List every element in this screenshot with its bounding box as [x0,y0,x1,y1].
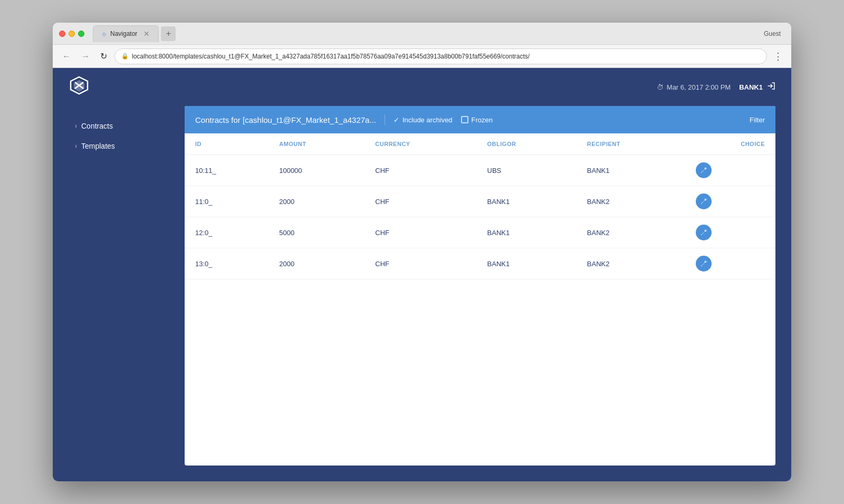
forward-button[interactable]: → [78,50,93,63]
app-logo [69,75,90,100]
new-tab-button[interactable]: + [161,26,176,41]
tab-close-button[interactable]: ✕ [143,30,150,38]
table-body: 10:11_100000CHFUBSBANK1 11:0_2000CHFBANK… [185,155,775,279]
cell-recipient: BANK2 [577,248,685,279]
browser-tab[interactable]: ⟐ Navigator ✕ [93,25,159,42]
app-timestamp: ⏱ Mar 6, 2017 2:00 PM [657,83,731,91]
chevron-right-icon: › [75,122,77,130]
cell-currency: CHF [365,248,476,279]
tab-bar: ⟐ Navigator ✕ + [93,25,760,42]
column-header-id: ID [185,133,268,155]
table-row[interactable]: 13:0_2000CHFBANK1BANK2 [185,248,775,279]
table-row[interactable]: 10:11_100000CHFUBSBANK1 [185,155,775,186]
table-row[interactable]: 12:0_5000CHFBANK1BANK2 [185,217,775,248]
cell-obligor: BANK1 [477,186,577,217]
cell-choice [685,155,775,186]
cell-recipient: BANK1 [577,155,685,186]
column-header-obligor: OBLIGOR [477,133,577,155]
choice-action-button[interactable] [696,256,712,272]
panel-title: Contracts for [cashlou_t1@FX_Market_1_a4… [195,115,376,124]
cell-choice [685,217,775,248]
contracts-table: ID AMOUNT CURRENCY OBLIGOR RECIPIENT CHO… [185,133,775,466]
close-window-button[interactable] [59,31,65,37]
minimize-window-button[interactable] [69,31,75,37]
choice-action-button[interactable] [696,225,712,240]
app-user: BANK1 [739,82,775,92]
address-bar[interactable]: 🔒 localhost:8000/templates/cashlou_t1@FX… [114,49,767,64]
maximize-window-button[interactable] [78,31,84,37]
frozen-toggle[interactable]: Frozen [461,116,493,124]
browser-menu-button[interactable]: ⋮ [771,49,785,64]
cell-choice [685,248,775,279]
app-header-right: ⏱ Mar 6, 2017 2:00 PM BANK1 [657,82,775,92]
cell-currency: CHF [365,155,476,186]
url-text: localhost:8000/templates/cashlou_t1@FX_M… [132,53,760,60]
cell-id: 10:11_ [185,155,268,186]
app-content: ⏱ Mar 6, 2017 2:00 PM BANK1 [53,68,791,481]
sidebar-item-templates[interactable]: › Templates [69,137,185,156]
sidebar: › Contracts › Templates [69,106,185,466]
sidebar-item-label: Templates [81,142,115,150]
include-archived-label: Include archived [402,116,453,124]
cell-amount: 2000 [268,186,365,217]
cell-id: 13:0_ [185,248,268,279]
cell-amount: 2000 [268,248,365,279]
include-archived-toggle[interactable]: ✓ Include archived [394,116,453,124]
sidebar-item-label: Contracts [81,122,113,130]
table-header-row: ID AMOUNT CURRENCY OBLIGOR RECIPIENT CHO… [185,133,775,155]
column-header-recipient: RECIPIENT [577,133,685,155]
column-header-currency: CURRENCY [365,133,476,155]
cell-recipient: BANK2 [577,186,685,217]
frozen-label-text: Frozen [472,116,493,124]
cell-id: 11:0_ [185,186,268,217]
chevron-right-icon: › [75,142,77,150]
data-table: ID AMOUNT CURRENCY OBLIGOR RECIPIENT CHO… [185,133,775,279]
nav-bar: ← → ↻ 🔒 localhost:8000/templates/cashlou… [53,45,791,68]
column-header-amount: AMOUNT [268,133,365,155]
panel-header: Contracts for [cashlou_t1@FX_Market_1_a4… [185,106,775,133]
cell-obligor: UBS [477,155,577,186]
cell-amount: 100000 [268,155,365,186]
cell-currency: CHF [365,186,476,217]
time-icon: ⏱ [657,83,664,91]
tab-label: Navigator [110,30,137,37]
cell-obligor: BANK1 [477,217,577,248]
title-bar: ⟐ Navigator ✕ + Guest [53,23,791,45]
cell-currency: CHF [365,217,476,248]
user-label: BANK1 [739,83,763,91]
choice-action-button[interactable] [696,162,712,178]
lock-icon: 🔒 [121,53,129,60]
frozen-checkbox[interactable] [461,116,468,123]
tab-icon: ⟐ [102,30,106,38]
window-user-label: Guest [764,30,785,37]
timestamp-text: Mar 6, 2017 2:00 PM [667,83,731,91]
main-layout: › Contracts › Templates Contracts for [c… [53,106,791,481]
browser-window: ⟐ Navigator ✕ + Guest ← → ↻ 🔒 localhost:… [53,23,791,481]
cell-id: 12:0_ [185,217,268,248]
table-row[interactable]: 11:0_2000CHFBANK1BANK2 [185,186,775,217]
cell-recipient: BANK2 [577,217,685,248]
sidebar-item-contracts[interactable]: › Contracts [69,117,185,135]
contracts-panel: Contracts for [cashlou_t1@FX_Market_1_a4… [185,106,775,466]
logout-button[interactable] [767,82,775,92]
header-divider [385,114,385,125]
filter-button[interactable]: Filter [750,116,765,124]
traffic-lights [59,31,84,37]
cell-obligor: BANK1 [477,248,577,279]
refresh-button[interactable]: ↻ [97,49,110,63]
cell-choice [685,186,775,217]
column-header-choice: CHOICE [685,133,775,155]
app-header: ⏱ Mar 6, 2017 2:00 PM BANK1 [53,68,791,106]
back-button[interactable]: ← [59,50,74,63]
check-icon: ✓ [394,116,399,124]
choice-action-button[interactable] [696,193,712,209]
cell-amount: 5000 [268,217,365,248]
content-area: Contracts for [cashlou_t1@FX_Market_1_a4… [185,106,775,466]
